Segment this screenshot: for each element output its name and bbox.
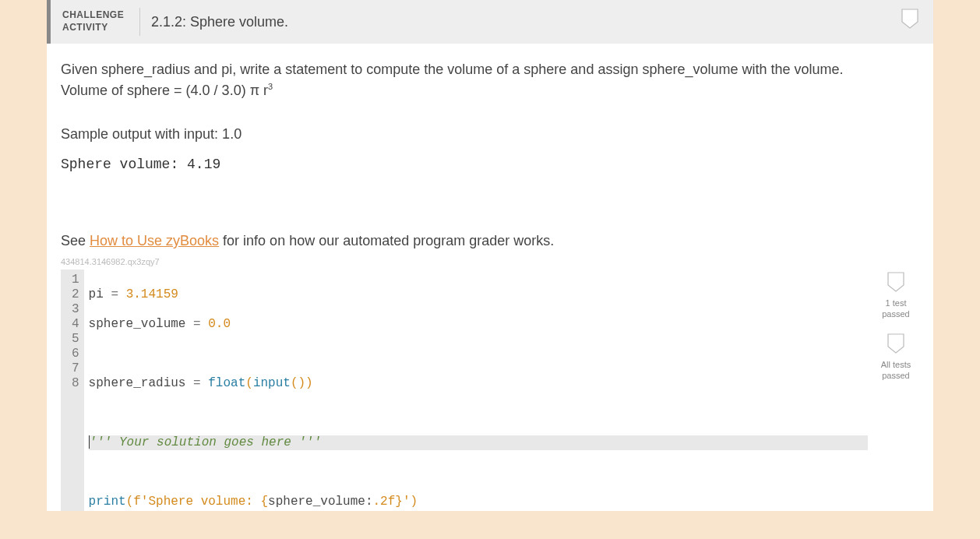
shield-icon	[887, 333, 905, 354]
sample-output-value: Sphere volume: 4.19	[61, 157, 919, 172]
code-line: sphere_radius = float(input())	[89, 376, 868, 391]
header-divider	[139, 8, 140, 36]
badge-line2: ACTIVITY	[62, 22, 108, 33]
badge-line1: CHALLENGE	[62, 9, 124, 20]
activity-hash: 434814.3146982.qx3zqy7	[61, 257, 919, 266]
help-line: See How to Use zyBooks for info on how o…	[61, 233, 919, 249]
content-panel: Given sphere_radius and pi, write a stat…	[47, 44, 933, 511]
code-line	[89, 347, 868, 361]
prompt-line2: Volume of sphere = (4.0 / 3.0) π r	[61, 83, 268, 98]
line-number: 8	[72, 376, 79, 391]
code-line: print(f'Sphere volume: {sphere_volume:.2…	[89, 495, 868, 509]
line-number: 2	[72, 287, 79, 302]
prompt-line1: Given sphere_radius and pi, write a stat…	[61, 62, 844, 77]
line-gutter: 1 2 3 4 5 6 7 8	[61, 270, 84, 511]
code-line	[89, 406, 868, 421]
see-post: for info on how our automated program gr…	[219, 233, 554, 248]
prompt-superscript: 3	[268, 82, 273, 91]
challenge-badge: CHALLENGE ACTIVITY	[62, 9, 129, 33]
test-status-column: 1 test passed All tests passed	[872, 270, 919, 511]
line-number: 6	[72, 347, 79, 361]
sample-output-label: Sample output with input: 1.0	[61, 126, 919, 143]
code-line: pi = 3.14159	[89, 287, 868, 302]
activity-container: CHALLENGE ACTIVITY 2.1.2: Sphere volume.…	[47, 0, 933, 511]
line-number: 4	[72, 317, 79, 332]
completion-shield-icon	[901, 8, 919, 33]
code-editor[interactable]: 1 2 3 4 5 6 7 8 pi = 3.14159 sphere_volu…	[61, 270, 872, 511]
line-number: 5	[72, 332, 79, 347]
editor-row: 1 2 3 4 5 6 7 8 pi = 3.14159 sphere_volu…	[61, 270, 919, 511]
code-line-active: ''' Your solution goes here '''	[89, 435, 868, 450]
test-status-2: All tests passed	[872, 359, 919, 382]
prompt-text: Given sphere_radius and pi, write a stat…	[61, 59, 919, 101]
how-to-use-link[interactable]: How to Use zyBooks	[90, 233, 219, 248]
shield-icon	[887, 271, 905, 293]
code-line	[89, 465, 868, 480]
test-status-1: 1 test passed	[872, 298, 919, 320]
see-pre: See	[61, 233, 90, 248]
line-number: 3	[72, 302, 79, 317]
activity-header: CHALLENGE ACTIVITY 2.1.2: Sphere volume.	[47, 0, 933, 44]
code-area[interactable]: pi = 3.14159 sphere_volume = 0.0 sphere_…	[84, 270, 872, 511]
line-number: 7	[72, 361, 79, 376]
activity-title: 2.1.2: Sphere volume.	[151, 14, 288, 30]
code-line: sphere_volume = 0.0	[89, 317, 868, 332]
line-number: 1	[72, 273, 79, 287]
